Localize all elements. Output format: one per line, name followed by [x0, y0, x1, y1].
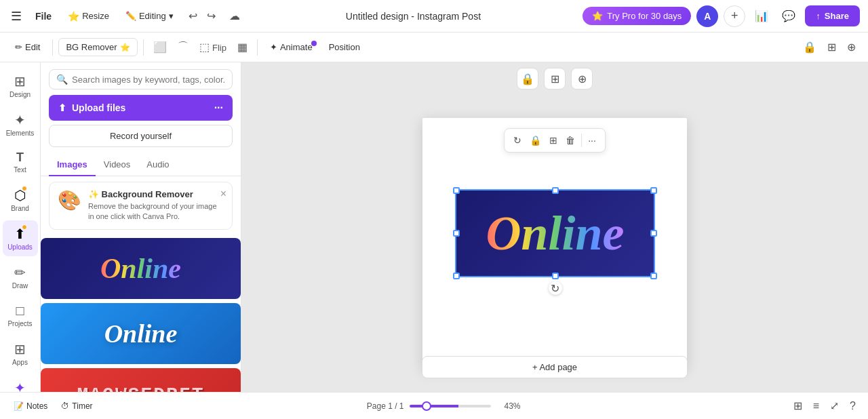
brand-badge-dot: [22, 186, 27, 191]
sidebar-label-text: Text: [14, 166, 26, 174]
animate-dot: [311, 41, 317, 46]
sidebar-item-elements[interactable]: ✦ Elements: [3, 106, 38, 142]
file-button[interactable]: File: [30, 8, 57, 24]
canvas-lock-button[interactable]: 🔒: [517, 68, 538, 89]
corners-button[interactable]: ⌒: [174, 36, 193, 58]
lock-buttons: 🔒 ⊞ ⊕: [799, 37, 860, 58]
flip-button[interactable]: ⬚ Flip: [195, 37, 231, 58]
sidebar-item-draw[interactable]: ✏ Draw: [3, 259, 38, 295]
grid-view-button[interactable]: ⊞: [789, 395, 806, 416]
cloud-save-button[interactable]: ☁: [225, 5, 244, 26]
handle-bottom-right[interactable]: [650, 273, 657, 279]
hamburger-button[interactable]: ☰: [8, 6, 24, 26]
record-yourself-button[interactable]: Record yourself: [49, 125, 233, 147]
sidebar-item-projects[interactable]: □ Projects: [3, 298, 38, 333]
tab-videos[interactable]: Videos: [96, 154, 139, 176]
upload-files-button[interactable]: ⬆ Upload files ···: [49, 95, 233, 121]
help-button[interactable]: ?: [846, 396, 860, 416]
timer-button[interactable]: ⏱ Timer: [56, 399, 98, 414]
sidebar-item-uploads[interactable]: ⬆ Uploads: [3, 220, 38, 256]
group-button[interactable]: ⊞: [823, 37, 840, 58]
sidebar-label-design: Design: [9, 91, 31, 98]
sidebar-item-apps[interactable]: ⊞ Apps: [3, 336, 38, 372]
undo-button[interactable]: ↩: [184, 5, 201, 26]
handle-top-right[interactable]: [650, 187, 657, 194]
handle-bottom-center[interactable]: [552, 273, 559, 279]
element-refresh-button[interactable]: ↻: [510, 132, 525, 149]
bg-remover-button[interactable]: BG Remover ⭐: [58, 38, 137, 56]
handle-middle-right[interactable]: [650, 230, 657, 237]
brand-badge: ⬡: [14, 187, 26, 203]
resize-button[interactable]: ⭐ Resize: [62, 8, 115, 24]
upload-more-icon: ···: [214, 102, 223, 114]
checker-button[interactable]: ▦: [233, 37, 252, 58]
comments-button[interactable]: 💬: [778, 5, 800, 26]
list-item[interactable]: MAQWSEDRFT: [41, 368, 241, 392]
share-button[interactable]: ↑ Share: [805, 5, 860, 26]
lock-button[interactable]: 🔒: [799, 37, 821, 58]
add-to-canvas-button[interactable]: ⊕: [843, 37, 860, 58]
list-item[interactable]: Online: [41, 303, 241, 364]
sidebar-icons: ⊞ Design ✦ Elements T Text ⬡ Brand ⬆ Upl…: [0, 62, 41, 392]
rotate-handle[interactable]: ↻: [549, 281, 562, 295]
pro-label: Try Pro for 30 days: [607, 11, 682, 21]
sidebar-item-magic[interactable]: ✦: [3, 374, 38, 392]
canvas-element-inner: Online: [456, 191, 654, 276]
fullscreen-button[interactable]: ⤢: [826, 395, 843, 416]
online-rainbow-text: Online: [100, 252, 181, 285]
topbar-left: ☰ File ⭐ Resize ✏️ Editing ▾ ↩ ↪ ☁: [8, 5, 244, 26]
notif-title: ✨ Background Remover: [88, 189, 224, 199]
tab-images[interactable]: Images: [49, 154, 96, 176]
flip-text: Flip: [212, 43, 226, 53]
search-input[interactable]: [72, 75, 225, 85]
resize-label: Resize: [82, 11, 109, 21]
analytics-button[interactable]: 📊: [751, 5, 772, 26]
edit-button[interactable]: ✏ Edit: [8, 38, 47, 56]
position-button[interactable]: Position: [322, 38, 367, 56]
uploads-badge: ⬆: [14, 226, 26, 242]
sidebar-item-brand[interactable]: ⬡ Brand: [3, 182, 38, 218]
add-collaborator-button[interactable]: +: [724, 5, 745, 27]
handle-top-left[interactable]: [453, 187, 460, 194]
canvas-add-button[interactable]: ⊕: [571, 68, 593, 89]
notif-text: Remove the background of your image in o…: [88, 201, 224, 222]
editing-button[interactable]: ✏️ Editing ▾: [120, 8, 179, 24]
list-view-button[interactable]: ≡: [809, 396, 823, 416]
bottom-right: ⊞ ≡ ⤢ ?: [789, 395, 860, 416]
redo-button[interactable]: ↪: [203, 5, 220, 26]
upload-label: Upload files: [72, 102, 125, 113]
apps-icon: ⊞: [14, 341, 26, 357]
sidebar-label-brand: Brand: [11, 205, 29, 212]
element-copy-button[interactable]: ⊞: [546, 132, 561, 149]
timer-icon: ⏱: [61, 401, 69, 411]
list-item[interactable]: Online: [41, 238, 241, 299]
canvas-document[interactable]: ↻ 🔒 ⊞ 🗑 ··· Online: [422, 118, 687, 369]
notification-close-button[interactable]: ×: [220, 188, 226, 200]
animate-label: Animate: [280, 42, 313, 52]
notes-button[interactable]: 📝 Notes: [8, 399, 53, 414]
canvas-copy-button[interactable]: ⊞: [544, 68, 566, 89]
animate-button[interactable]: ✦ Animate: [263, 38, 319, 56]
tab-audio[interactable]: Audio: [138, 154, 177, 176]
bottom-center: Page 1 / 1 43%: [98, 401, 789, 411]
maqw-text: MAQWSEDRFT: [77, 384, 204, 392]
sidebar-item-text[interactable]: T Text: [3, 145, 38, 179]
notes-label: Notes: [26, 401, 47, 411]
upload-btn-left: ⬆ Upload files: [58, 102, 125, 113]
canvas-element[interactable]: Online ↻: [455, 189, 655, 277]
element-lock-button[interactable]: 🔒: [526, 132, 545, 149]
handle-top-center[interactable]: [552, 187, 559, 194]
main-layout: ⊞ Design ✦ Elements T Text ⬡ Brand ⬆ Upl…: [0, 62, 868, 392]
crop-button[interactable]: ⬜: [149, 37, 171, 58]
element-more-button[interactable]: ···: [585, 132, 599, 149]
handle-middle-left[interactable]: [453, 230, 460, 237]
avatar[interactable]: A: [696, 5, 718, 27]
try-pro-button[interactable]: ⭐ Try Pro for 30 days: [583, 7, 691, 25]
sidebar-label-elements: Elements: [6, 129, 35, 137]
zoom-slider[interactable]: [410, 405, 491, 407]
handle-bottom-left[interactable]: [453, 273, 460, 279]
sidebar-item-design[interactable]: ⊞ Design: [3, 68, 38, 104]
element-delete-button[interactable]: 🗑: [562, 132, 578, 149]
topbar-center: Untitled design - Instagram Post: [250, 11, 578, 22]
add-page-button[interactable]: + Add page: [422, 356, 688, 378]
